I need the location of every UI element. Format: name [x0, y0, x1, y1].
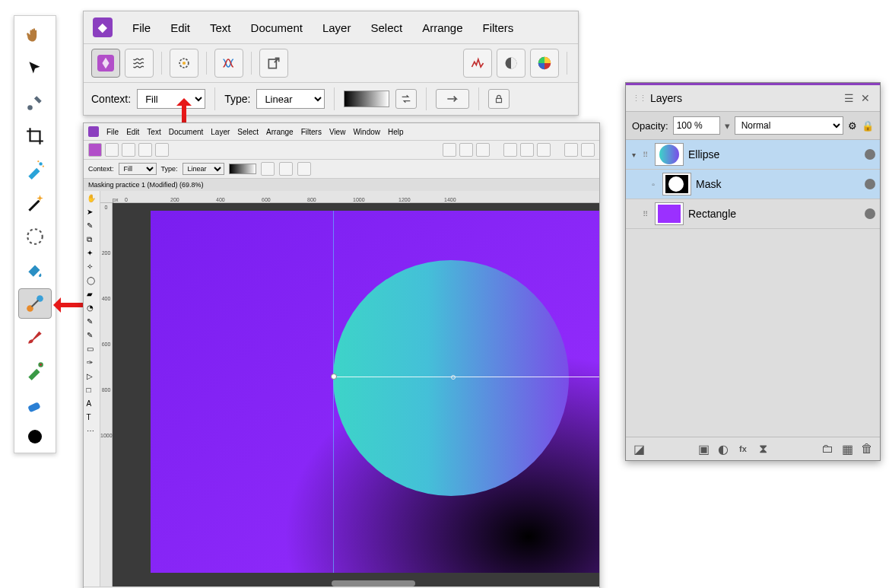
- layer-name[interactable]: Ellipse: [688, 148, 860, 161]
- gradient-preview[interactable]: [344, 91, 389, 107]
- expand-toggle-icon[interactable]: ▫: [649, 180, 658, 189]
- layer-blend-button[interactable]: ◪: [632, 442, 646, 456]
- panel-grip-icon[interactable]: ⋮⋮: [632, 94, 646, 103]
- fg-color-swatch[interactable]: [28, 430, 42, 443]
- color-picker-tool[interactable]: [18, 87, 52, 118]
- persona-sm-5[interactable]: [155, 143, 169, 157]
- ctx-sm-fill[interactable]: Fill: [119, 163, 157, 175]
- layer-row-mask[interactable]: ▫ Mask: [626, 170, 880, 199]
- add-layer-button[interactable]: ▦: [840, 442, 854, 456]
- dt-pen[interactable]: ✑: [87, 358, 97, 369]
- hand-tool[interactable]: [18, 21, 52, 51]
- gradient-stop-start[interactable]: [331, 373, 337, 380]
- fx-layer-button[interactable]: fx: [736, 442, 750, 456]
- dt-text2[interactable]: T: [87, 413, 97, 424]
- dt-grad[interactable]: ◔: [87, 304, 97, 314]
- persona-sm-4[interactable]: [138, 143, 152, 157]
- eraser-tool[interactable]: [18, 389, 52, 419]
- liquify-persona-button[interactable]: [125, 49, 154, 78]
- layer-settings-button[interactable]: ⚙: [848, 120, 857, 132]
- dt-text[interactable]: A: [87, 399, 97, 410]
- menu-sm-layer[interactable]: Layer: [211, 128, 230, 136]
- menu-sm-filters[interactable]: Filters: [301, 128, 322, 136]
- menu-edit[interactable]: Edit: [170, 21, 190, 34]
- persona-sm-3[interactable]: [122, 143, 135, 157]
- persona-sm-2[interactable]: [105, 143, 119, 157]
- tone-map-persona-button[interactable]: [214, 49, 243, 78]
- delete-layer-button[interactable]: 🗑: [860, 442, 874, 456]
- layer-lock-button[interactable]: 🔒: [862, 120, 874, 132]
- ctx-sm-type[interactable]: Linear: [183, 163, 224, 175]
- drag-handle-icon[interactable]: ⠿: [643, 151, 650, 159]
- mask-layer-button[interactable]: ▣: [697, 442, 710, 456]
- document-tab[interactable]: Masking practice 1 (Modified) (69.8%): [84, 178, 599, 191]
- adjustment-button[interactable]: [497, 49, 525, 78]
- scope-button[interactable]: [463, 49, 492, 78]
- layer-row-ellipse[interactable]: ▾ ⠿ Ellipse: [626, 140, 880, 170]
- rotate-gradient-button[interactable]: [436, 89, 469, 109]
- layer-row-rectangle[interactable]: ⠿ Rectangle: [626, 199, 880, 229]
- ctx-sm-lock[interactable]: [297, 162, 311, 176]
- opacity-chevron-icon[interactable]: ▾: [725, 120, 730, 132]
- wheel-sm[interactable]: [476, 143, 490, 157]
- menu-filters[interactable]: Filters: [483, 21, 514, 34]
- menu-select[interactable]: Select: [370, 21, 402, 34]
- export-persona-button[interactable]: [259, 49, 288, 78]
- horizontal-scroll-thumb[interactable]: [332, 580, 415, 586]
- dt-node[interactable]: ▷: [87, 372, 97, 383]
- grad-prev-sm[interactable]: [229, 164, 256, 174]
- develop-persona-button[interactable]: [170, 49, 198, 78]
- opacity-input[interactable]: [673, 116, 720, 135]
- paint-brush-tool[interactable]: [18, 322, 52, 352]
- dt-more[interactable]: ⋯: [87, 427, 97, 437]
- layer-name[interactable]: Rectangle: [688, 208, 860, 220]
- photo-persona-button[interactable]: [91, 49, 120, 78]
- dt-brush[interactable]: ✎: [87, 317, 97, 328]
- move-tool[interactable]: [18, 54, 52, 84]
- context-fill-select[interactable]: Fill: [137, 89, 205, 109]
- marquee-tool[interactable]: [18, 221, 52, 252]
- flood-fill-tool[interactable]: [18, 255, 52, 285]
- color-wheel-button[interactable]: [530, 49, 559, 78]
- group-layers-button[interactable]: 🗀: [821, 442, 834, 456]
- blend-mode-select[interactable]: Normal: [735, 116, 843, 135]
- sm-btn-d[interactable]: [564, 143, 578, 157]
- drag-handle-icon[interactable]: ⠿: [643, 210, 650, 218]
- gradient-stop-mid[interactable]: [451, 375, 456, 380]
- sm-btn-c[interactable]: [537, 143, 551, 157]
- menu-sm-help[interactable]: Help: [388, 128, 404, 136]
- dt-col[interactable]: ✎: [87, 331, 97, 342]
- persona-sm-1[interactable]: [88, 143, 102, 157]
- adjustment-layer-button[interactable]: ◐: [716, 442, 730, 456]
- reverse-gradient-button[interactable]: [395, 89, 417, 109]
- dt-crop[interactable]: ⧉: [87, 235, 97, 246]
- dt-marq[interactable]: ◯: [87, 276, 97, 287]
- gradient-type-select[interactable]: Linear: [256, 89, 325, 109]
- menu-sm-arrange[interactable]: Arrange: [266, 128, 294, 136]
- visibility-toggle[interactable]: [865, 179, 875, 189]
- menu-sm-text[interactable]: Text: [147, 128, 160, 136]
- dt-hand[interactable]: ✋: [87, 194, 97, 205]
- menu-arrange[interactable]: Arrange: [422, 21, 462, 34]
- layer-name[interactable]: Mask: [696, 178, 860, 190]
- expand-toggle-icon[interactable]: ▾: [629, 151, 638, 159]
- sm-btn-b[interactable]: [520, 143, 534, 157]
- menu-text[interactable]: Text: [210, 21, 231, 34]
- panel-menu-button[interactable]: ☰: [840, 90, 857, 106]
- gradient-axis[interactable]: [334, 377, 599, 377]
- menu-layer[interactable]: Layer: [322, 21, 351, 34]
- crop-layer-button[interactable]: ⧗: [756, 442, 770, 456]
- menu-sm-view[interactable]: View: [329, 128, 346, 136]
- dt-pick[interactable]: ✎: [87, 221, 97, 232]
- dt-wand[interactable]: ✧: [87, 262, 97, 273]
- sm-btn-e[interactable]: [581, 143, 595, 157]
- scope-sm[interactable]: [443, 143, 456, 157]
- ctx-sm-rot[interactable]: [279, 162, 293, 176]
- visibility-toggle[interactable]: [865, 149, 875, 160]
- dt-fill[interactable]: ▰: [87, 290, 97, 300]
- magic-wand-tool[interactable]: [18, 188, 52, 218]
- sm-btn-a[interactable]: [503, 143, 517, 157]
- menu-sm-document[interactable]: Document: [169, 128, 204, 136]
- canvas-viewport[interactable]: [113, 203, 599, 586]
- panel-close-button[interactable]: ✕: [857, 90, 874, 106]
